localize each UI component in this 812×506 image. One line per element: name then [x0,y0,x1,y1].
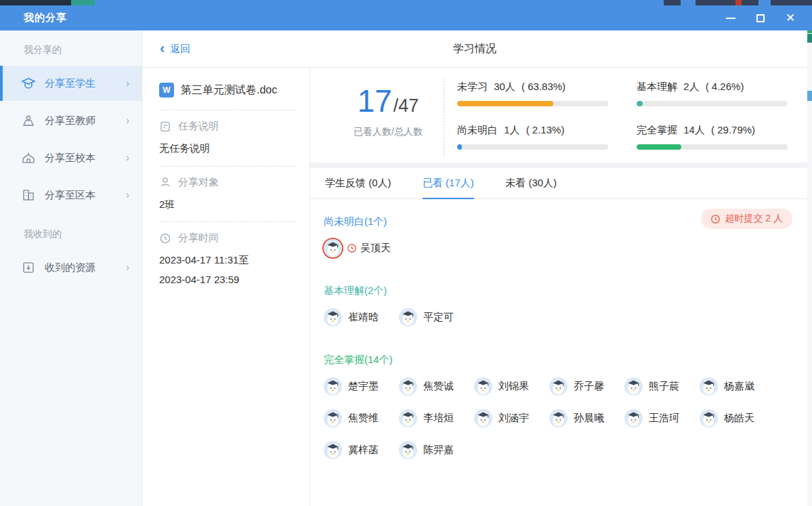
progress-track [457,144,608,150]
document-row[interactable]: W 第三单元测试卷.doc [159,83,296,98]
section-divider-band [310,163,807,168]
stat-count: 1人 [504,124,519,135]
stat-count: 2人 [683,81,699,92]
viewed-count: 17 [358,83,392,119]
sidebar-item-share-to-students[interactable]: 分享至学生 › [0,66,142,101]
student-item[interactable]: 刘锦果 [474,377,549,396]
student-item[interactable]: 焦赞维 [324,409,399,427]
sidebar-item-received-resources[interactable]: 收到的资源 › [0,250,142,285]
student-name: 刘涵宇 [498,412,529,425]
word-doc-icon: W [159,83,174,98]
divider [159,222,296,222]
student-item[interactable]: 刘涵宇 [474,409,549,427]
student-name: 杨皓天 [724,412,754,425]
stats-column-right: 基本理解 2人 ( 4.26%) 完全掌握 14人 ( 29.79%) [637,68,788,150]
student-avatar [399,409,417,427]
stat-percent: ( 63.83%) [521,81,565,92]
stat-count: 14人 [683,124,705,135]
chevron-right-icon: › [126,77,129,89]
progress-track [637,144,788,150]
student-avatar [324,377,342,396]
stat-percent: ( 2.13%) [526,124,565,135]
background-window-fragment [758,0,771,5]
student-name: 杨嘉崴 [724,380,754,393]
sidebar-item-share-to-school[interactable]: 分享至校本 › [0,140,142,175]
chevron-right-icon: › [126,189,129,201]
student-item[interactable]: 李培烜 [399,409,474,427]
student-item[interactable]: 崔靖晗 [324,308,399,326]
main-header: 学习情况 ‹ 返回 [142,30,807,68]
student-item[interactable]: 杨嘉崴 [700,377,775,396]
student-avatar [474,377,492,396]
sidebar-item-label: 分享至学生 [45,77,95,90]
student-name: 平定可 [423,311,454,324]
tab-viewed[interactable]: 已看 (17人) [423,168,474,199]
student-item[interactable]: 孙晨曦 [549,409,624,427]
tab-student-feedback[interactable]: 学生反馈 (0人) [325,168,391,199]
tab-not-viewed[interactable]: 未看 (30人) [505,168,557,199]
student-name: 刘锦果 [498,380,529,393]
window-title: 我的分享 [24,12,67,24]
sidebar-section-received: 我收到的 [0,215,142,250]
progress-fill [637,144,681,150]
member-grid: 吴顶天 [324,239,794,271]
student-item[interactable]: 楚宇墨 [324,377,399,396]
overdue-submission-badge: 超时提交 2 人 [701,209,792,229]
student-name: 王浩珂 [649,412,679,425]
divider [159,110,296,110]
share-target-label: 分享对象 [178,176,219,189]
sidebar-item-share-to-district[interactable]: 分享至区本 › [0,177,142,213]
overdue-clock-icon [347,243,357,253]
clock-icon [159,232,171,245]
chevron-right-icon: › [126,114,129,127]
background-desktop-strip [0,0,812,5]
student-item[interactable]: 王浩珂 [624,409,700,427]
sidebar-item-label: 分享至校本 [45,152,95,165]
stat-label: 尚未明白 [457,124,498,135]
student-avatar [624,377,643,396]
clock-icon [710,214,721,224]
student-avatar [324,239,342,257]
share-time-from: 2023-04-17 11:31至 [159,253,296,268]
background-window-fragment [807,34,812,43]
back-button[interactable]: ‹ 返回 [160,30,190,68]
group-title-full-mastery: 完全掌握(14个) [324,354,794,366]
student-avatar [324,441,342,459]
sidebar-item-share-to-teachers[interactable]: 分享至教师 › [0,103,142,138]
background-window-fragment [71,0,95,5]
student-item[interactable]: 焦赞诚 [399,377,474,396]
student-avatar [324,409,342,427]
student-item[interactable]: 熊子莀 [624,377,700,396]
chevron-right-icon: › [126,261,129,274]
task-description-label: 任务说明 [178,120,219,133]
stat-percent: ( 29.79%) [711,124,755,135]
app-window: 我分享的 分享至学生 › 分享至教师 › 分享至校本 › [0,30,807,506]
total-count: /47 [393,96,419,117]
student-item[interactable]: 平定可 [399,308,474,326]
student-item[interactable]: 陈羿嘉 [399,441,474,459]
maximize-button[interactable] [746,5,775,30]
close-button[interactable]: ✕ [775,5,805,30]
student-item[interactable]: 乔子馨 [549,377,624,396]
graduation-cap-icon [21,76,36,91]
background-desktop-edge [807,26,812,506]
stat-not-studied: 未学习 30人 ( 63.83%) [457,81,608,106]
maximize-icon [756,14,765,22]
stat-label: 基本理解 [637,81,677,92]
sidebar-item-label: 收到的资源 [45,261,95,274]
teacher-icon [21,113,36,128]
chevron-right-icon: › [126,152,129,164]
progress-fill [637,101,643,106]
student-name: 李培烜 [423,412,454,425]
progress-track [637,101,788,106]
stat-full-mastery: 完全掌握 14人 ( 29.79%) [637,124,788,150]
stat-label: 未学习 [457,81,488,92]
student-item[interactable]: 杨皓天 [700,409,775,427]
minimize-button[interactable] [716,5,746,30]
student-name: 楚宇墨 [348,380,379,393]
sidebar-item-label: 分享至区本 [45,189,95,202]
student-avatar [700,409,718,427]
share-time-label: 分享时间 [178,232,219,245]
student-item[interactable]: 吴顶天 [324,239,391,257]
student-item[interactable]: 冀梓菡 [324,441,399,459]
